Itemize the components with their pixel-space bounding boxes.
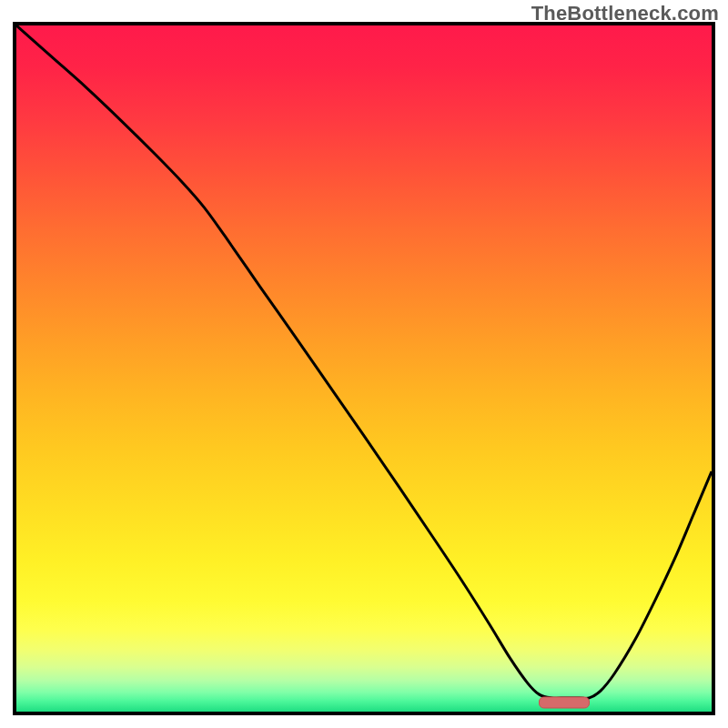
chart-frame: TheBottleneck.com: [0, 0, 728, 728]
minimum-marker: [540, 697, 590, 708]
plot-border: [13, 22, 715, 715]
chart-svg: [16, 25, 712, 712]
gradient-background: [16, 25, 712, 712]
